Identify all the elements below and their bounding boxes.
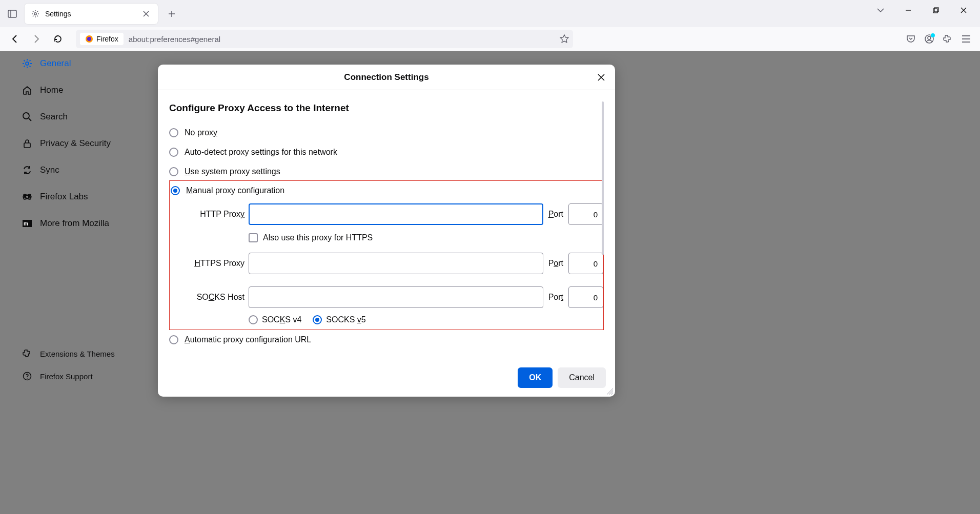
- also-https-row[interactable]: Also use this proxy for HTTPS: [170, 228, 603, 250]
- lock-icon: [22, 138, 33, 149]
- resize-grip[interactable]: [605, 386, 613, 395]
- radio-system-proxy[interactable]: Use system proxy settings: [169, 162, 604, 181]
- socks-version-row: SOCKS v4 SOCKS v5: [170, 311, 603, 324]
- scrollbar[interactable]: [602, 101, 604, 255]
- radio-no-proxy[interactable]: No proxy: [169, 123, 604, 142]
- home-icon: [22, 85, 33, 96]
- close-window-button[interactable]: [957, 4, 970, 16]
- radio-auto-config-url[interactable]: Automatic proxy configuration URL: [169, 330, 604, 349]
- sidebar-item-label: General: [40, 58, 71, 69]
- radio-icon: [249, 315, 258, 324]
- sidebar-item-general[interactable]: General: [15, 51, 149, 76]
- socks-port-input[interactable]: [568, 286, 603, 308]
- puzzle-icon: [22, 348, 33, 359]
- sync-icon: [22, 165, 33, 176]
- radio-icon: [313, 315, 322, 324]
- tab-label: Settings: [45, 10, 135, 18]
- sidebar-item-privacy[interactable]: Privacy & Security: [15, 131, 149, 156]
- http-proxy-label: HTTP Proxy: [181, 210, 247, 219]
- radio-icon: [169, 148, 178, 157]
- tab-settings[interactable]: Settings: [25, 4, 158, 24]
- svg-point-24: [27, 378, 28, 379]
- account-icon[interactable]: [925, 34, 934, 44]
- sidebar-item-label: More from Mozilla: [40, 218, 109, 229]
- https-proxy-input[interactable]: [249, 253, 543, 274]
- ok-button[interactable]: OK: [518, 367, 553, 388]
- sidebar-item-label: Firefox Labs: [40, 192, 88, 202]
- radio-icon: [169, 128, 178, 137]
- radio-label: No proxy: [185, 128, 217, 137]
- sidebar-item-label: Home: [40, 85, 63, 95]
- http-proxy-input[interactable]: [249, 203, 543, 225]
- window-controls: [864, 0, 980, 20]
- sidebar-item-home[interactable]: Home: [15, 78, 149, 102]
- bookmark-star-icon[interactable]: [560, 34, 569, 44]
- http-proxy-row: HTTP Proxy Port: [170, 200, 603, 228]
- dialog-close-button[interactable]: [595, 71, 608, 84]
- https-proxy-row: HTTPS Proxy Port: [170, 250, 603, 277]
- extensions-icon[interactable]: [943, 34, 952, 44]
- new-tab-button[interactable]: [163, 5, 180, 23]
- firefox-icon: [85, 35, 93, 43]
- pocket-icon[interactable]: [906, 34, 915, 44]
- dialog-title: Connection Settings: [344, 72, 428, 83]
- radio-label: Automatic proxy configuration URL: [185, 335, 311, 344]
- svg-rect-16: [24, 143, 30, 148]
- help-icon: [22, 371, 33, 382]
- socks-host-input[interactable]: [249, 286, 543, 308]
- flask-icon: [22, 191, 33, 202]
- forward-button[interactable]: [28, 30, 45, 48]
- back-button[interactable]: [6, 30, 24, 48]
- identity-box[interactable]: Firefox: [80, 33, 124, 45]
- section-heading: Configure Proxy Access to the Internet: [169, 102, 604, 114]
- toolbar: Firefox about:preferences#general: [0, 27, 980, 51]
- https-port-input[interactable]: [568, 253, 603, 274]
- sidebar-item-label: Search: [40, 112, 68, 122]
- radio-manual-proxy[interactable]: Manual proxy configuration: [170, 181, 603, 200]
- radio-auto-detect[interactable]: Auto-detect proxy settings for this netw…: [169, 142, 604, 162]
- radio-label: SOCKS v4: [262, 315, 301, 324]
- settings-sidebar-footer: Extensions & Themes Firefox Support: [15, 343, 149, 386]
- svg-point-13: [26, 62, 29, 65]
- radio-icon: [171, 186, 180, 195]
- checkbox-label: Also use this proxy for HTTPS: [263, 233, 373, 242]
- tab-close-button[interactable]: [140, 8, 152, 19]
- svg-point-7: [87, 37, 91, 41]
- sidebar-item-label: Extensions & Themes: [40, 349, 115, 358]
- sidebar-item-extensions[interactable]: Extensions & Themes: [15, 343, 149, 364]
- svg-rect-0: [8, 10, 16, 17]
- url-bar[interactable]: Firefox about:preferences#general: [76, 30, 573, 48]
- radio-socks-v5[interactable]: SOCKS v5: [313, 315, 365, 324]
- sidebar-item-more-mozilla[interactable]: m More from Mozilla: [15, 211, 149, 236]
- port-label: Port: [548, 259, 563, 268]
- dialog-header: Connection Settings: [158, 65, 615, 90]
- sidebar-item-labs[interactable]: Firefox Labs: [15, 184, 149, 209]
- radio-label: Manual proxy configuration: [186, 186, 284, 195]
- minimize-button[interactable]: [902, 4, 914, 16]
- http-port-input[interactable]: [568, 203, 603, 225]
- list-all-tabs-button[interactable]: [874, 4, 887, 16]
- sidebar-item-search[interactable]: Search: [15, 105, 149, 129]
- radio-label: SOCKS v5: [326, 315, 365, 324]
- port-label: Port: [548, 210, 563, 219]
- identity-label: Firefox: [96, 35, 118, 43]
- port-label: Port: [548, 293, 563, 302]
- svg-point-2: [34, 12, 36, 14]
- app-menu-button[interactable]: [962, 35, 971, 43]
- reload-button[interactable]: [49, 30, 67, 48]
- sidebar-item-support[interactable]: Firefox Support: [15, 366, 149, 386]
- maximize-button[interactable]: [930, 4, 942, 16]
- gear-icon: [22, 58, 33, 69]
- dialog-footer: OK Cancel: [158, 364, 615, 397]
- radio-socks-v4[interactable]: SOCKS v4: [249, 315, 301, 324]
- svg-rect-5: [934, 8, 938, 12]
- search-icon: [22, 111, 33, 122]
- cancel-button[interactable]: Cancel: [558, 367, 606, 388]
- connection-settings-dialog: Connection Settings Configure Proxy Acce…: [158, 65, 615, 397]
- manual-config-highlight: Manual proxy configuration HTTP Proxy Po…: [169, 180, 604, 330]
- radio-icon: [169, 167, 178, 176]
- sidebar-toggle-button[interactable]: [4, 6, 21, 22]
- svg-point-14: [23, 113, 29, 119]
- radio-icon: [169, 335, 178, 344]
- sidebar-item-sync[interactable]: Sync: [15, 158, 149, 182]
